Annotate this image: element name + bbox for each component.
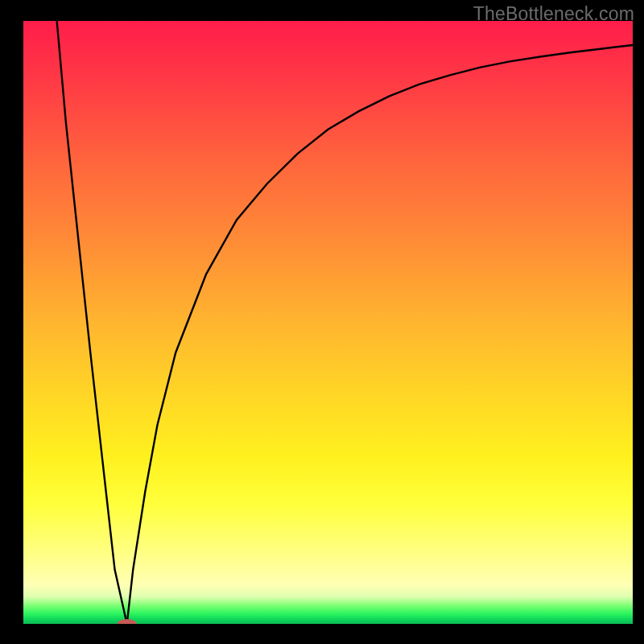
curve-left-branch [57, 21, 127, 624]
chart-frame: TheBottleneck.com [0, 0, 644, 644]
minimum-marker [118, 619, 137, 624]
curve-right-branch [127, 45, 633, 624]
chart-svg [23, 21, 633, 624]
plot-area [23, 21, 633, 624]
